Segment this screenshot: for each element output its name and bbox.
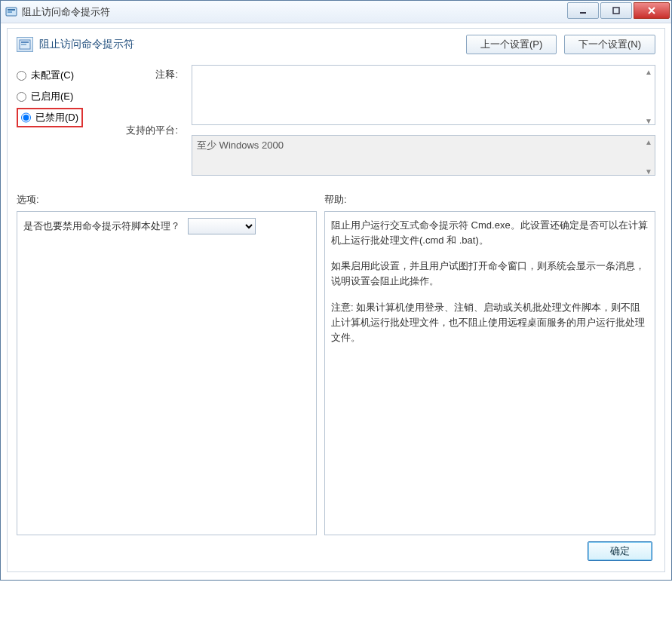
previous-setting-button[interactable]: 上一个设置(P) <box>466 35 557 54</box>
platform-wrap: ▲ ▼ <box>192 135 655 178</box>
radio-not-configured[interactable]: 未配置(C) <box>17 65 100 86</box>
help-paragraph: 注意: 如果计算机使用登录、注销、启动或关机批处理文件脚本，则不阻止计算机运行批… <box>331 300 649 345</box>
radio-disabled-label: 已禁用(D) <box>35 111 78 124</box>
client-area: 阻止访问命令提示符 上一个设置(P) 下一个设置(N) 未配置(C) 已启用(E… <box>1 23 671 580</box>
policy-title: 阻止访问命令提示符 <box>39 38 134 51</box>
options-section-label: 选项: <box>17 193 317 207</box>
comment-textarea[interactable] <box>192 65 655 125</box>
svg-rect-3 <box>580 12 586 14</box>
radio-not-configured-input[interactable] <box>17 71 26 81</box>
nav-buttons: 上一个设置(P) 下一个设置(N) <box>462 35 655 54</box>
svg-rect-7 <box>21 44 26 45</box>
platform-label: 支持的平台: <box>126 124 178 137</box>
window-controls <box>567 1 671 23</box>
field-labels-col: 注释: 支持的平台: <box>113 65 178 178</box>
state-radio-group: 未配置(C) 已启用(E) 已禁用(D) <box>17 65 100 178</box>
option-disable-script-row: 是否也要禁用命令提示符脚本处理？ <box>23 218 310 234</box>
dialog-window: 阻止访问命令提示符 <box>0 0 672 581</box>
svg-rect-6 <box>21 41 29 43</box>
titlebar[interactable]: 阻止访问命令提示符 <box>1 1 671 23</box>
maximize-button[interactable] <box>600 2 632 19</box>
comment-label: 注释: <box>155 68 178 81</box>
radio-enabled-label: 已启用(E) <box>31 90 73 103</box>
help-section-label: 帮助: <box>324 193 347 207</box>
radio-disabled-input[interactable] <box>21 111 31 124</box>
svg-rect-2 <box>8 11 12 13</box>
window-title: 阻止访问命令提示符 <box>22 5 110 19</box>
options-panel: 是否也要禁用命令提示符脚本处理？ <box>17 211 317 535</box>
header-left: 阻止访问命令提示符 <box>17 37 134 52</box>
titlebar-left: 阻止访问命令提示符 <box>1 5 110 19</box>
help-panel: 阻止用户运行交互式命令提示符 Cmd.exe。此设置还确定是否可以在计算机上运行… <box>324 211 655 535</box>
section-labels: 选项: 帮助: <box>17 193 655 207</box>
highlight-annotation: 已禁用(D) <box>17 108 83 127</box>
fields-col: ▲ ▼ ▲ ▼ <box>192 65 655 178</box>
radio-enabled-input[interactable] <box>17 92 26 102</box>
section-row: 是否也要禁用命令提示符脚本处理？ 阻止用户运行交互式命令提示符 Cmd.exe。… <box>17 211 655 535</box>
supported-platform-textarea <box>192 135 655 176</box>
option-disable-script-select[interactable] <box>188 218 256 234</box>
svg-rect-4 <box>613 8 619 14</box>
minimize-button[interactable] <box>567 2 599 19</box>
header-row: 阻止访问命令提示符 上一个设置(P) 下一个设置(N) <box>17 35 655 54</box>
next-setting-button[interactable]: 下一个设置(N) <box>564 35 655 54</box>
close-button[interactable] <box>634 2 670 19</box>
app-icon <box>5 6 17 18</box>
content-panel: 阻止访问命令提示符 上一个设置(P) 下一个设置(N) 未配置(C) 已启用(E… <box>7 28 665 572</box>
radio-enabled[interactable]: 已启用(E) <box>17 86 100 107</box>
radio-not-configured-label: 未配置(C) <box>31 69 74 82</box>
dialog-footer: 确定 <box>17 535 655 562</box>
radio-disabled[interactable]: 已禁用(D) <box>17 107 100 128</box>
option-disable-script-label: 是否也要禁用命令提示符脚本处理？ <box>23 219 180 233</box>
config-area: 未配置(C) 已启用(E) 已禁用(D) 注释: 支 <box>17 65 655 178</box>
ok-button[interactable]: 确定 <box>588 541 652 561</box>
help-paragraph: 如果启用此设置，并且用户试图打开命令窗口，则系统会显示一条消息，说明设置会阻止此… <box>331 259 649 289</box>
help-paragraph: 阻止用户运行交互式命令提示符 Cmd.exe。此设置还确定是否可以在计算机上运行… <box>331 218 649 248</box>
svg-rect-1 <box>8 9 15 11</box>
comment-wrap: ▲ ▼ <box>192 65 655 127</box>
policy-icon <box>17 37 33 52</box>
